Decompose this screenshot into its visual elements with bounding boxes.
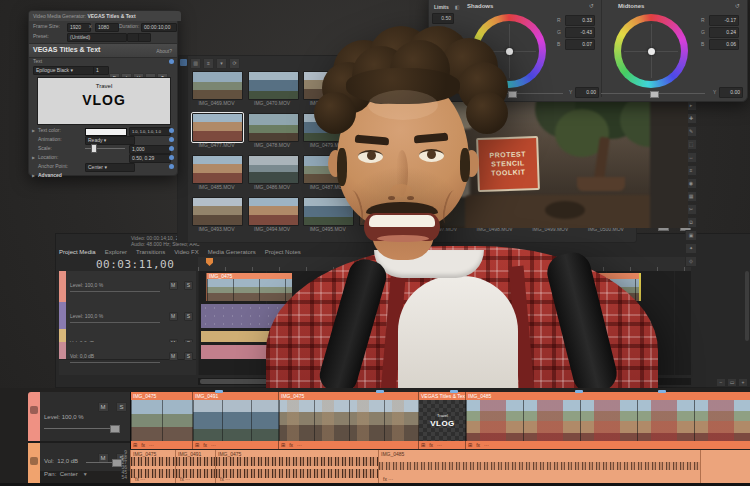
track-color-strip[interactable]: [59, 302, 66, 329]
track-header[interactable]: M S Level: 100,0 %: [59, 302, 196, 330]
event-buttons[interactable]: ⊞ fx ⋯: [466, 441, 750, 449]
event-fx-icon[interactable]: fx ⋯: [383, 476, 393, 482]
location-value[interactable]: 0.50, 0.29: [129, 154, 171, 163]
media-thumbnail-image[interactable]: [192, 155, 243, 184]
media-thumbnail[interactable]: IMG_0495.MOV: [303, 197, 352, 233]
media-thumbnail-image[interactable]: [303, 113, 354, 142]
crop-icon[interactable]: ⊞: [281, 441, 285, 449]
media-thumbnail[interactable]: IMG_0485.MOV: [192, 155, 241, 191]
shadows-luma-slider[interactable]: [459, 93, 563, 94]
timeline-events-area[interactable]: IMG_0475 IMG_0485 Voice Over: [198, 271, 691, 375]
media-thumbnail[interactable]: IMG_0496.MOV: [359, 197, 408, 233]
solo-button[interactable]: S: [116, 402, 127, 412]
media-thumbnail-image[interactable]: [192, 71, 243, 100]
event-buttons[interactable]: ⊞ fx ⋯: [419, 441, 466, 449]
event-more-icon[interactable]: ⋯: [437, 441, 442, 449]
media-thumbnail-image[interactable]: [359, 113, 410, 142]
media-tool-icon[interactable]: ▾: [216, 58, 227, 69]
midtones-g-value[interactable]: 0.24: [709, 27, 739, 38]
shadows-reset-icon[interactable]: ↺: [589, 2, 594, 9]
video-event[interactable]: IMG_0491 ⊞ fx ⋯: [192, 392, 279, 449]
anchor-dropdown[interactable]: Center ▾: [85, 163, 135, 172]
solo-button[interactable]: S: [184, 312, 193, 321]
crop-icon[interactable]: ⊞: [468, 441, 472, 449]
limits-slider-thumb[interactable]: [436, 37, 444, 41]
media-thumbnail-image[interactable]: [359, 197, 410, 226]
expander-icon[interactable]: ▶: [32, 173, 35, 178]
animate-icon[interactable]: [169, 137, 174, 142]
generator-titlebar[interactable]: Video Media Generator: VEGAS Titles & Te…: [29, 11, 181, 21]
track-level-slider[interactable]: [70, 291, 160, 292]
video-event[interactable]: IMG_0485 ⊞ fx ⋯: [465, 392, 750, 449]
advanced-row[interactable]: ▶ Advanced: [29, 172, 177, 181]
toolbar-icon[interactable]: ⟐: [685, 256, 697, 267]
midtones-luma-slider[interactable]: [601, 93, 705, 94]
track-color-strip[interactable]: [59, 342, 66, 359]
midtones-r-value[interactable]: -0.17: [709, 15, 739, 26]
preset-delete-icon[interactable]: [138, 33, 151, 42]
animate-icon[interactable]: [169, 146, 174, 151]
dock-tab[interactable]: Explorer: [105, 248, 127, 256]
zoom-in-icon[interactable]: +: [738, 378, 748, 387]
media-thumbnail-image[interactable]: [248, 197, 299, 226]
shadows-r-value[interactable]: 0.33: [565, 15, 595, 26]
animate-icon[interactable]: [169, 128, 174, 133]
event-more-icon[interactable]: ⋯: [211, 441, 216, 449]
audio-event[interactable]: IMG_0475 fx ⋯: [215, 450, 379, 483]
crop-icon[interactable]: ⊞: [195, 441, 199, 449]
mute-button[interactable]: M: [169, 281, 178, 290]
dock-tab[interactable]: Project Notes: [265, 248, 301, 256]
media-thumbnail[interactable]: IMG_0472.MOV: [359, 71, 408, 107]
midtones-b-value[interactable]: 0.06: [709, 39, 739, 50]
text-color-swatch[interactable]: [85, 128, 127, 136]
text-color-value[interactable]: 1.0, 1.0, 1.0, 1.0: [129, 127, 171, 136]
midtones-wheel-dot[interactable]: [648, 48, 655, 55]
event-buttons[interactable]: ⊞ fx ⋯: [193, 441, 279, 449]
media-thumbnail-image[interactable]: [303, 71, 354, 100]
video-event[interactable]: VEGAS Titles & Tex TravelVLOG ⊞ fx ⋯: [418, 392, 466, 449]
toolbar-icon[interactable]: ▣: [685, 230, 697, 241]
audio-event[interactable]: IMG_0475 fx ⋯: [130, 450, 176, 483]
dock-tab[interactable]: Project Media: [59, 248, 96, 256]
solo-button[interactable]: S: [184, 352, 193, 361]
event-fx-icon[interactable]: fx: [429, 441, 433, 449]
music-audio-event[interactable]: [201, 345, 614, 359]
title-preview[interactable]: Travel VLOG: [37, 77, 171, 125]
overlay-event-thumbnail[interactable]: [429, 305, 459, 329]
media-thumbnail-image[interactable]: [192, 113, 243, 142]
animate-icon[interactable]: [169, 155, 174, 160]
track-header[interactable]: M S Vol: 0,0 dB: [59, 329, 196, 343]
zoom-slider-icon[interactable]: ▭: [727, 378, 737, 387]
midtones-color-wheel[interactable]: [614, 14, 688, 88]
timeline-ruler[interactable]: [198, 257, 691, 272]
track-header[interactable]: M S Level: 100,0 %: [59, 271, 196, 303]
animate-icon[interactable]: [169, 164, 174, 169]
overlay-video-event[interactable]: [201, 304, 459, 328]
shadows-luma-thumb[interactable]: [508, 91, 517, 98]
media-thumbnail[interactable]: IMG_0480.MOV: [359, 113, 408, 149]
media-import-icon[interactable]: [180, 59, 187, 66]
shadows-color-wheel[interactable]: [472, 14, 546, 88]
audio-event[interactable]: IMG_0491 fx ⋯: [175, 450, 216, 483]
dock-tab[interactable]: Media Generators: [208, 248, 256, 256]
shadows-y-value[interactable]: 0.00: [575, 87, 599, 98]
media-tool-icon[interactable]: ⟳: [229, 58, 240, 69]
limits-toggle-icon[interactable]: ◧: [455, 4, 460, 10]
level-slider-thumb[interactable]: [110, 425, 120, 433]
track-level-slider[interactable]: [70, 362, 160, 363]
limits-value[interactable]: 0.50: [432, 13, 454, 24]
about-link[interactable]: About?: [156, 48, 172, 54]
font-dropdown[interactable]: Epilogue Black ▾: [33, 66, 95, 75]
crop-icon[interactable]: ⊞: [133, 441, 137, 449]
video-track-color-strip[interactable]: [28, 392, 40, 441]
zoom-out-icon[interactable]: −: [716, 378, 726, 387]
shadows-g-value[interactable]: -0.43: [565, 27, 595, 38]
voiceover-audio-event[interactable]: Voice Over: [201, 331, 461, 342]
midtones-reset-icon[interactable]: ↺: [735, 2, 740, 9]
scale-slider-thumb[interactable]: [91, 144, 97, 153]
dock-tab[interactable]: Transitions: [136, 248, 165, 256]
font-size-input[interactable]: 1: [93, 66, 109, 75]
event-fx-icon[interactable]: fx: [203, 441, 207, 449]
event-fx-icon[interactable]: fx: [476, 441, 480, 449]
track-header[interactable]: M S Vol: 0,0 dB: [59, 342, 196, 360]
